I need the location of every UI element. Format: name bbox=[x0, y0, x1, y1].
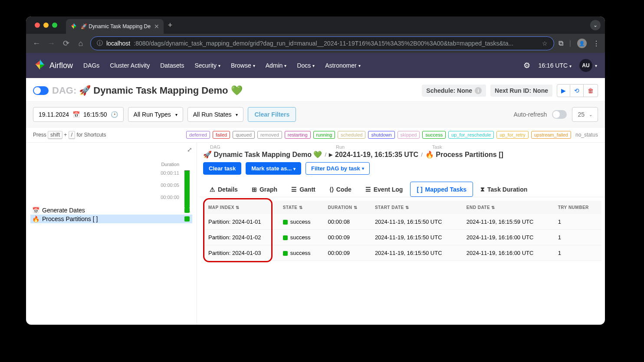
legend-running[interactable]: running bbox=[313, 131, 335, 139]
tab-title: 🚀 Dynamic Task Mapping De bbox=[81, 23, 151, 29]
nav-docs[interactable]: Docs▾ bbox=[297, 62, 315, 69]
graph-icon: ⊞ bbox=[252, 186, 257, 193]
legend-skipped[interactable]: skipped bbox=[398, 131, 420, 139]
task-icon: 📅 bbox=[32, 207, 39, 214]
legend-shutdown[interactable]: shutdown bbox=[368, 131, 394, 139]
chevron-down-icon: ▾ bbox=[175, 112, 177, 117]
legend-up_for_retry[interactable]: up_for_retry bbox=[496, 131, 528, 139]
profile-icon[interactable]: 👤 bbox=[577, 39, 587, 48]
browser-window: 🚀 Dynamic Task Mapping De ✕ + ⌄ ← → ⟳ ⌂ … bbox=[26, 16, 605, 325]
maximize-window-icon[interactable] bbox=[52, 23, 57, 28]
cell-state: success bbox=[278, 230, 323, 245]
reload-icon[interactable]: ⟳ bbox=[61, 39, 71, 48]
task-status-box[interactable] bbox=[184, 216, 190, 222]
legend-failed[interactable]: failed bbox=[213, 131, 230, 139]
refresh-button[interactable]: ⟲ bbox=[570, 84, 584, 97]
tab-code[interactable]: ⟨⟩Code bbox=[323, 182, 358, 197]
chrome-menu-icon[interactable]: ⋮ bbox=[593, 39, 600, 48]
run-states-select[interactable]: All Run States▾ bbox=[187, 107, 244, 122]
legend-restarting[interactable]: restarting bbox=[285, 131, 311, 139]
autorefresh-toggle[interactable] bbox=[552, 110, 567, 119]
schedule-pill[interactable]: Schedule: Nonei bbox=[422, 85, 486, 97]
legend-queued[interactable]: queued bbox=[233, 131, 255, 139]
nav-datasets[interactable]: Datasets bbox=[160, 62, 184, 69]
legend-scheduled[interactable]: scheduled bbox=[338, 131, 365, 139]
tab-gantt[interactable]: ☰Gantt bbox=[285, 182, 322, 197]
tab-event-log[interactable]: ☰Event Log bbox=[359, 182, 410, 197]
nav-dags[interactable]: DAGs bbox=[83, 62, 99, 69]
expand-grid-icon[interactable]: ⤢ bbox=[187, 146, 192, 153]
detail-tabs: ⚠Details ⊞Graph ☰Gantt ⟨⟩Code ☰Event Log… bbox=[200, 178, 605, 197]
delete-dag-button[interactable]: 🗑 bbox=[584, 84, 598, 97]
settings-gear-icon[interactable]: ⚙ bbox=[523, 61, 530, 70]
legend-up_for_reschedule[interactable]: up_for_reschedule bbox=[448, 131, 494, 139]
mark-state-button[interactable]: Mark state as... ▾ bbox=[246, 162, 301, 175]
clear-filters-button[interactable]: Clear Filters bbox=[248, 107, 296, 122]
task-row-process-partitions[interactable]: 🔥 Process Partitions [ ] bbox=[30, 215, 192, 223]
table-row[interactable]: Partition: 2024-01-02 success 00:00:09 2… bbox=[203, 230, 601, 245]
address-bar[interactable]: ⓘ localhost:8080/dags/dynamic_task_mappi… bbox=[90, 36, 554, 50]
back-icon[interactable]: ← bbox=[31, 39, 42, 48]
state-legend: deferredfailedqueuedremovedrestartingrun… bbox=[186, 131, 571, 139]
trigger-play-button[interactable]: ▶ bbox=[557, 84, 570, 97]
status-square-icon bbox=[283, 251, 288, 256]
next-run-pill[interactable]: Next Run ID: None bbox=[490, 85, 552, 97]
minimize-window-icon[interactable] bbox=[43, 23, 49, 28]
task-list: 📅 Generate Dates 🔥 Process Partitions [ … bbox=[30, 206, 192, 223]
tab-details[interactable]: ⚠Details bbox=[203, 182, 244, 197]
airflow-favicon-icon bbox=[70, 23, 77, 31]
tab-task-duration[interactable]: ⧗Task Duration bbox=[474, 182, 534, 197]
cell-try-number: 1 bbox=[553, 245, 601, 261]
close-tab-icon[interactable]: ✕ bbox=[154, 23, 159, 30]
nav-cluster-activity[interactable]: Cluster Activity bbox=[110, 62, 150, 69]
close-window-icon[interactable] bbox=[35, 23, 40, 28]
browser-tab[interactable]: 🚀 Dynamic Task Mapping De ✕ bbox=[66, 19, 164, 34]
page-size-select[interactable]: 25⌄ bbox=[572, 107, 598, 122]
tab-overflow-icon[interactable]: ⌄ bbox=[590, 20, 601, 30]
site-info-icon[interactable]: ⓘ bbox=[97, 39, 103, 47]
extensions-icon[interactable]: ⧉ bbox=[559, 39, 563, 47]
new-tab-button[interactable]: + bbox=[168, 21, 173, 30]
star-icon[interactable]: ☆ bbox=[542, 40, 548, 47]
legend-removed[interactable]: removed bbox=[257, 131, 282, 139]
col-duration[interactable]: DURATION ⇅ bbox=[323, 201, 370, 214]
airflow-logo[interactable]: Airflow bbox=[34, 59, 73, 73]
col-start-date[interactable]: START DATE ⇅ bbox=[370, 201, 461, 214]
nav-admin[interactable]: Admin▾ bbox=[266, 62, 287, 69]
run-types-select[interactable]: All Run Types▾ bbox=[128, 107, 183, 122]
forward-icon[interactable]: → bbox=[46, 39, 56, 48]
clear-task-button[interactable]: Clear task bbox=[203, 162, 241, 175]
nav-security[interactable]: Security▾ bbox=[194, 62, 220, 69]
legend-success[interactable]: success bbox=[422, 131, 446, 139]
cell-start-date: 2024-11-19, 16:15:50 UTC bbox=[370, 230, 461, 245]
col-map-index[interactable]: MAP INDEX ⇅ bbox=[203, 201, 278, 214]
legend-deferred[interactable]: deferred bbox=[186, 131, 210, 139]
task-row-generate-dates[interactable]: 📅 Generate Dates bbox=[30, 206, 192, 215]
legend-upstream_failed[interactable]: upstream_failed bbox=[531, 131, 571, 139]
tab-graph[interactable]: ⊞Graph bbox=[245, 182, 284, 197]
dag-pause-toggle[interactable] bbox=[33, 86, 49, 95]
col-state[interactable]: STATE ⇅ bbox=[278, 201, 323, 214]
bc-task[interactable]: 🔥 Process Partitions [] bbox=[425, 150, 503, 159]
clock[interactable]: 16:16 UTC ▾ bbox=[538, 62, 572, 69]
run-bar[interactable] bbox=[184, 170, 190, 208]
detail-panel: DAG🚀 Dynamic Task Mapping Demo 💚 / Run▸ … bbox=[197, 143, 605, 325]
run-date-selector[interactable]: 19.11.2024 📅 16:15:50 🕑 bbox=[33, 107, 124, 122]
cell-duration: 00:00:08 bbox=[323, 214, 370, 230]
trigger-group: ▶ ⟲ 🗑 bbox=[557, 84, 598, 97]
table-row[interactable]: Partition: 2024-01-03 success 00:00:09 2… bbox=[203, 245, 601, 261]
tab-mapped-tasks[interactable]: [ ]Mapped Tasks bbox=[410, 182, 473, 197]
bc-dag[interactable]: 🚀 Dynamic Task Mapping Demo 💚 bbox=[203, 150, 322, 159]
user-menu[interactable]: AU ▾ bbox=[579, 59, 597, 72]
col-try-number[interactable]: TRY NUMBER bbox=[553, 201, 601, 214]
task-status-box[interactable] bbox=[184, 208, 190, 213]
nav-astronomer[interactable]: Astronomer▾ bbox=[325, 62, 360, 69]
col-end-date[interactable]: END DATE ⇅ bbox=[461, 201, 553, 214]
airflow-pinwheel-icon bbox=[34, 59, 46, 73]
home-icon[interactable]: ⌂ bbox=[76, 39, 86, 48]
filter-by-task-button[interactable]: Filter DAG by task ▾ bbox=[306, 162, 370, 175]
bc-run[interactable]: ▸ 2024-11-19, 16:15:35 UTC bbox=[329, 150, 418, 159]
url-path: :8080/dags/dynamic_task_mapping_demo/gri… bbox=[134, 40, 513, 47]
nav-browse[interactable]: Browse▾ bbox=[231, 62, 255, 69]
table-row[interactable]: Partition: 2024-01-01 success 00:00:08 2… bbox=[203, 214, 601, 230]
